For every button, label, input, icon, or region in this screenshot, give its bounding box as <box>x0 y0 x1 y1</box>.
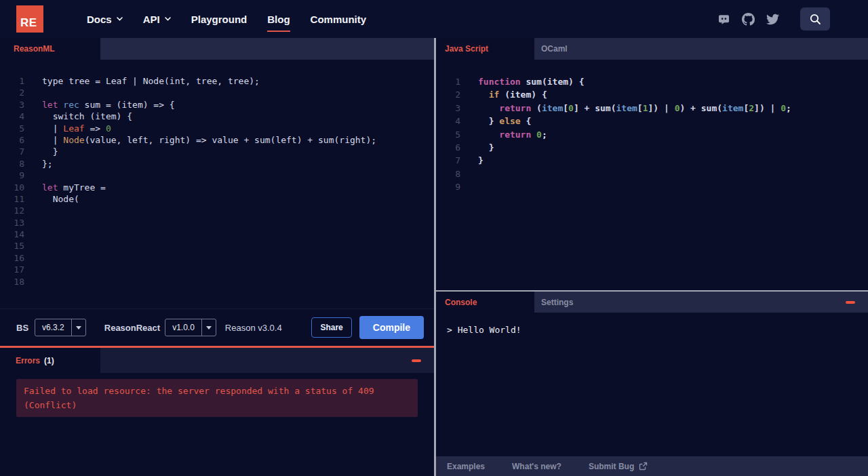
code-text: return 0; <box>460 128 547 141</box>
search-button[interactable] <box>800 7 830 31</box>
submit-bug-label: Submit Bug <box>589 462 634 471</box>
reason-code-editor[interactable]: 1type tree = Leaf | Node(int, tree, tree… <box>0 60 434 309</box>
collapse-console-icon[interactable] <box>846 301 855 304</box>
code-line[interactable]: 1function sum(item) { <box>436 75 868 88</box>
code-line[interactable]: 10let myTree = <box>0 182 434 193</box>
code-line[interactable]: 6 | Node(value, left, right) => value + … <box>0 134 434 146</box>
code-line[interactable]: 14 <box>0 229 434 240</box>
code-line[interactable]: 5 | Leaf => 0 <box>0 123 434 134</box>
error-message-line: (Conflict) <box>24 398 410 412</box>
nav-item-playground[interactable]: Playground <box>191 14 248 25</box>
tab-errors[interactable]: Errors (1) <box>0 348 100 373</box>
tab-reasonml[interactable]: ReasonML <box>0 38 100 60</box>
nav-item-label: API <box>143 14 160 25</box>
left-pane: ReasonML 1type tree = Leaf | Node(int, t… <box>0 38 434 476</box>
code-text: if (item) { <box>460 88 547 101</box>
navbar: RE Docs API Playground Blog Community <box>0 0 868 38</box>
code-line[interactable]: 9 <box>436 180 868 193</box>
tab-ocaml[interactable]: OCaml <box>534 38 568 60</box>
code-line[interactable]: 2 if (item) { <box>436 88 868 101</box>
code-line[interactable]: 15 <box>0 240 434 252</box>
tab-console[interactable]: Console <box>436 292 534 313</box>
line-number: 11 <box>0 193 24 205</box>
reason-logo[interactable]: RE <box>16 5 43 33</box>
output-tabstrip: Java Script OCaml <box>436 38 868 60</box>
nav-item-community[interactable]: Community <box>311 14 367 25</box>
code-line[interactable]: 1type tree = Leaf | Node(int, tree, tree… <box>0 75 434 87</box>
code-line[interactable]: 5 return 0; <box>436 128 868 141</box>
bs-version-select[interactable]: v6.3.2 <box>35 319 86 336</box>
right-pane: Java Script OCaml 1function sum(item) {2… <box>436 38 868 476</box>
code-line[interactable]: 12 <box>0 205 434 216</box>
line-number: 9 <box>0 170 24 181</box>
code-line[interactable]: 3let rec sum = (item) => { <box>0 99 434 111</box>
line-number: 8 <box>0 158 24 170</box>
javascript-output-editor[interactable]: 1function sum(item) {2 if (item) {3 retu… <box>436 60 868 290</box>
code-line[interactable]: 9 <box>0 170 434 181</box>
line-number: 7 <box>0 146 24 157</box>
github-icon[interactable] <box>742 13 755 26</box>
reasonreact-label: ReasonReact <box>104 323 160 333</box>
reason-version-text: Reason v3.0.4 <box>225 323 282 333</box>
line-number: 3 <box>0 99 24 111</box>
line-number: 13 <box>0 217 24 229</box>
code-line[interactable]: 8 <box>436 167 868 180</box>
tab-settings[interactable]: Settings <box>534 292 573 313</box>
code-line[interactable]: 3 return (item[0] + sum(item[1]) | 0) + … <box>436 102 868 115</box>
bs-label: BS <box>16 323 28 333</box>
code-line[interactable]: 4 } else { <box>436 115 868 127</box>
code-line[interactable]: 6 } <box>436 141 868 154</box>
code-line[interactable]: 4 switch (item) { <box>0 111 434 122</box>
nav-item-label: Playground <box>191 14 248 25</box>
nav-item-label: Blog <box>267 14 290 25</box>
errors-header: Errors (1) <box>0 348 434 373</box>
submit-bug-link[interactable]: Submit Bug <box>589 462 648 471</box>
code-line[interactable]: 2 <box>0 87 434 98</box>
twitter-icon[interactable] <box>766 13 779 26</box>
line-number: 16 <box>0 252 24 264</box>
code-text <box>24 87 42 98</box>
code-line[interactable]: 11 Node( <box>0 193 434 205</box>
code-line[interactable]: 16 <box>0 252 434 264</box>
discord-icon[interactable] <box>717 13 730 26</box>
tab-javascript[interactable]: Java Script <box>436 38 534 60</box>
code-line[interactable]: 7} <box>436 154 868 167</box>
line-number: 1 <box>436 75 460 88</box>
code-text: type tree = Leaf | Node(int, tree, tree)… <box>24 75 260 87</box>
code-text: }; <box>24 158 53 170</box>
code-text <box>24 217 42 229</box>
examples-link[interactable]: Examples <box>447 462 485 471</box>
code-text <box>24 252 42 264</box>
errors-count-badge: (1) <box>44 356 54 365</box>
nav-item-api[interactable]: API <box>143 14 171 25</box>
nav-item-blog[interactable]: Blog <box>267 14 290 25</box>
code-line[interactable]: 8}; <box>0 158 434 170</box>
share-button[interactable]: Share <box>311 317 351 338</box>
code-text <box>24 229 42 240</box>
line-number: 10 <box>0 182 24 193</box>
code-line[interactable]: 17 <box>0 264 434 275</box>
reasonreact-version-select[interactable]: v1.0.0 <box>165 319 216 336</box>
code-line[interactable]: 7 } <box>0 146 434 157</box>
code-text <box>24 240 42 252</box>
code-line[interactable]: 18 <box>0 276 434 287</box>
line-number: 4 <box>0 111 24 122</box>
external-link-icon <box>639 462 648 471</box>
code-text <box>24 205 42 216</box>
line-number: 18 <box>0 276 24 287</box>
select-arrow[interactable] <box>71 319 85 336</box>
nav-item-docs[interactable]: Docs <box>87 14 123 25</box>
select-arrow[interactable] <box>201 319 216 336</box>
compile-button[interactable]: Compile <box>359 316 424 339</box>
compile-toolbar: BS v6.3.2 ReasonReact v1.0.0 Reason v3.0… <box>0 309 434 346</box>
chevron-down-icon <box>117 17 123 21</box>
code-text <box>460 167 478 180</box>
console-log-line: > Hello World! <box>447 325 521 335</box>
nav-item-label: Docs <box>87 14 112 25</box>
whats-new-link[interactable]: What's new? <box>512 462 561 471</box>
code-text: return (item[0] + sum(item[1]) | 0) + su… <box>460 102 791 115</box>
code-text: let myTree = <box>24 182 106 193</box>
code-line[interactable]: 13 <box>0 217 434 229</box>
line-number: 3 <box>436 102 460 115</box>
collapse-errors-icon[interactable] <box>412 359 421 362</box>
